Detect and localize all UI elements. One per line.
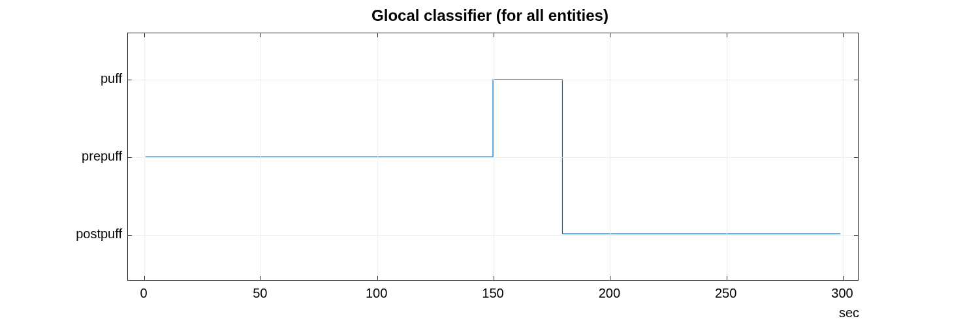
y-tick-label: postpuff xyxy=(76,226,122,241)
chart-title: Glocal classifier (for all entities) xyxy=(0,7,980,25)
x-tick-label: 200 xyxy=(599,286,620,301)
y-tick xyxy=(128,235,132,236)
x-axis-label: sec xyxy=(839,305,859,320)
x-tick-top xyxy=(727,33,727,37)
x-tick xyxy=(610,276,610,280)
y-tick xyxy=(128,157,132,158)
x-tick xyxy=(377,276,378,280)
x-tick-top xyxy=(144,33,145,37)
series-line xyxy=(146,80,840,234)
x-tick-label: 150 xyxy=(482,286,503,301)
y-tick xyxy=(128,80,132,80)
x-tick-label: 100 xyxy=(366,286,387,301)
chart-plot-area xyxy=(128,33,858,280)
x-tick xyxy=(727,276,727,280)
x-tick xyxy=(261,276,261,280)
chart-axes xyxy=(127,33,859,281)
y-tick-right xyxy=(854,80,858,80)
x-tick xyxy=(144,276,145,280)
y-tick-right xyxy=(854,235,858,236)
y-tick-right xyxy=(854,157,858,158)
x-tick-label: 50 xyxy=(253,286,267,301)
x-tick xyxy=(843,276,844,280)
x-tick-top xyxy=(494,33,494,37)
y-tick-label: prepuff xyxy=(82,149,122,164)
grid-horizontal xyxy=(128,235,858,236)
figure: Glocal classifier (for all entities) sec… xyxy=(0,0,980,327)
x-tick-label: 300 xyxy=(831,286,853,301)
grid-vertical xyxy=(377,33,378,280)
x-tick-top xyxy=(843,33,844,37)
x-tick-label: 250 xyxy=(715,286,736,301)
grid-vertical xyxy=(261,33,261,280)
y-tick-label: puff xyxy=(101,71,122,86)
grid-vertical xyxy=(727,33,727,280)
grid-vertical xyxy=(494,33,494,280)
grid-vertical xyxy=(843,33,844,280)
x-tick-label: 0 xyxy=(140,286,147,301)
x-tick-top xyxy=(261,33,261,37)
x-tick-top xyxy=(377,33,378,37)
x-tick-top xyxy=(610,33,610,37)
grid-horizontal xyxy=(128,157,858,158)
grid-horizontal xyxy=(128,80,858,80)
grid-vertical xyxy=(144,33,145,280)
grid-vertical xyxy=(610,33,610,280)
x-tick xyxy=(494,276,494,280)
